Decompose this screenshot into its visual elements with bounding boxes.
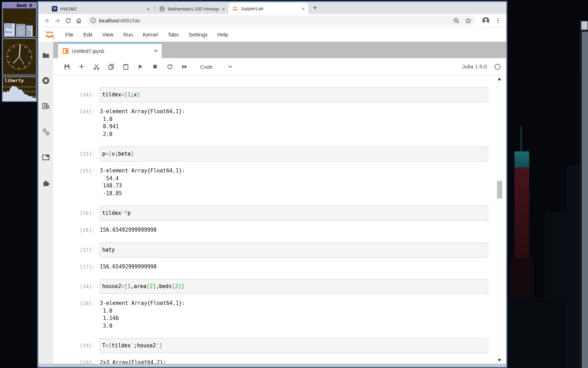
kernel-name[interactable]: Julia 1.5.0 (462, 63, 487, 70)
restart-kernel-button[interactable] (162, 63, 177, 70)
property-inspector-icon[interactable] (42, 128, 50, 136)
menu-item-run[interactable]: Run (118, 32, 138, 38)
tab-close-icon[interactable]: × (147, 6, 150, 12)
pager-title: Desk 0 (3, 3, 36, 8)
home-button[interactable] (74, 15, 84, 26)
profile-avatar[interactable] (482, 16, 490, 25)
browser-tab-math330[interactable]: Mathematics 330 Homepa × (156, 4, 229, 14)
bookmark-star-icon[interactable] (465, 17, 472, 24)
running-kernels-icon[interactable] (42, 76, 50, 85)
command-palette-icon[interactable] (42, 102, 50, 110)
address-bar[interactable]: localhost:8891/lab (87, 15, 475, 26)
menu-item-help[interactable]: Help (212, 32, 233, 38)
code-token: p (102, 151, 105, 157)
browser-toolbar: localhost:8891/lab (38, 14, 506, 27)
code-token: tildex (102, 91, 121, 98)
cell-code-editor[interactable]: haty (100, 243, 488, 258)
browser-window: N HW2M2 × Mathematics 330 Homepa × Jupyt… (38, 1, 507, 367)
restart-run-all-button[interactable] (177, 63, 192, 70)
cell-input-prompt: [18]: (53, 279, 100, 294)
add-cell-button[interactable] (74, 63, 89, 70)
desktop-pager[interactable]: Desk 0 Jupyt erLab - Chrom ~ s-j a-c ani… (2, 2, 37, 37)
cell-input-prompt: [15]: (53, 146, 100, 162)
city-skyline (520, 126, 522, 152)
browser-tab-hw2m2[interactable]: N HW2M2 × (48, 4, 153, 14)
cell-type-select[interactable]: Code (200, 64, 213, 70)
file-browser-icon[interactable] (42, 52, 50, 59)
back-button[interactable] (42, 15, 52, 26)
code-cell-output: [14]:3-element Array{Float64,1}: 1.0 0.9… (53, 108, 488, 138)
code-cell-output: [18]:3-element Array{Float64,1}: 1.0 1.1… (53, 300, 488, 330)
pager-area[interactable]: Jupyt erLab - Chrom ~ s-j a-c ani pdf (3, 8, 36, 36)
copy-cells-button[interactable] (104, 63, 118, 70)
menu-item-tabs[interactable]: Tabs (163, 32, 184, 38)
reload-button[interactable] (63, 15, 74, 26)
cut-cells-button[interactable] (89, 63, 104, 70)
code-token: , (131, 283, 134, 289)
extension-manager-icon[interactable] (42, 179, 50, 187)
cell-code-editor[interactable]: T=[tildex';house2'] (100, 338, 488, 353)
notebook-panel[interactable]: [14]:tildex=[1;x][14]:3-element Array{Fl… (53, 75, 506, 364)
forward-button[interactable] (52, 15, 63, 26)
menu-item-kernel[interactable]: Kernel (138, 32, 163, 38)
code-token: area (134, 283, 146, 289)
cell-code-editor[interactable]: house2=[1,area[2],beds[2]] (100, 279, 488, 294)
code-token: [ (108, 151, 112, 157)
code-token: [ (124, 91, 127, 98)
menu-item-file[interactable]: File (60, 32, 78, 38)
code-token: beta (118, 151, 131, 157)
scrollbar-thumb[interactable] (497, 181, 502, 198)
page-info-icon[interactable] (90, 18, 96, 23)
notebook-scrollbar[interactable] (497, 75, 503, 364)
document-tab-bar: Untitled7.ipynb × (53, 42, 506, 58)
paste-cells-button[interactable] (118, 63, 133, 70)
code-token: 1 (127, 283, 131, 289)
pager-window-terminal[interactable]: ~ (16, 24, 26, 36)
code-token: [ (124, 283, 127, 289)
zoom-indicator-icon[interactable] (453, 17, 460, 24)
code-token: house2 (137, 342, 156, 349)
city-skyline (514, 168, 529, 269)
code-token: , (156, 283, 159, 289)
tab-separator (154, 6, 155, 12)
run-cell-button[interactable] (133, 63, 148, 70)
code-token: ] (131, 151, 134, 157)
pager-window-pdf[interactable]: s-j a-c ani pdf (26, 25, 33, 36)
scroll-up-icon[interactable] (498, 77, 501, 80)
code-token: [ (172, 283, 175, 289)
pager-window-jupyterlab[interactable]: Jupyt erLab - Chrom (4, 23, 15, 36)
open-tabs-icon[interactable] (42, 153, 50, 162)
code-token: haty (102, 247, 115, 253)
tab-close-icon[interactable]: × (222, 6, 225, 12)
dithered-scrollbar-strip[interactable] (582, 32, 588, 368)
code-token: x (134, 91, 137, 98)
browser-tab-jupyterlab[interactable]: JupyterLab × (229, 3, 308, 14)
chevron-down-icon[interactable] (227, 64, 233, 69)
save-button[interactable] (59, 63, 74, 70)
cell-code-editor[interactable]: p=[v;beta] (100, 146, 488, 162)
menu-item-settings[interactable]: Settings (184, 32, 212, 38)
code-token: ] (178, 283, 181, 289)
code-token: ' (131, 342, 134, 349)
jupyterlab-menubar: FileEditViewRunKernelTabsSettingsHelp (38, 27, 506, 42)
cell-code-editor[interactable]: tildex'*p (100, 206, 488, 221)
scroll-down-icon[interactable] (498, 359, 501, 362)
analog-clock-widget (2, 38, 37, 75)
new-tab-button[interactable] (312, 5, 318, 12)
document-tab-untitled7[interactable]: Untitled7.ipynb × (58, 43, 162, 58)
window-corner-handle[interactable] (581, 21, 588, 30)
browser-menu-icon[interactable] (495, 18, 501, 24)
code-token: ] (181, 283, 184, 289)
code-cell-output: [15]:3-element Array{Float64,1}: 54.4 14… (53, 167, 488, 197)
menu-item-edit[interactable]: Edit (78, 32, 97, 38)
code-cell-input: [17]:haty (53, 243, 488, 258)
interrupt-kernel-button[interactable] (148, 63, 162, 70)
tab-close-icon[interactable]: × (154, 47, 158, 55)
site-icon-n: N (52, 6, 57, 12)
code-token: 2 (175, 283, 178, 289)
cell-code-editor[interactable]: tildex=[1;x] (100, 87, 488, 102)
tab-close-icon[interactable]: × (302, 6, 305, 11)
kernel-status-icon[interactable] (495, 64, 500, 70)
menu-item-view[interactable]: View (97, 32, 118, 38)
code-token: 1 (127, 91, 131, 98)
